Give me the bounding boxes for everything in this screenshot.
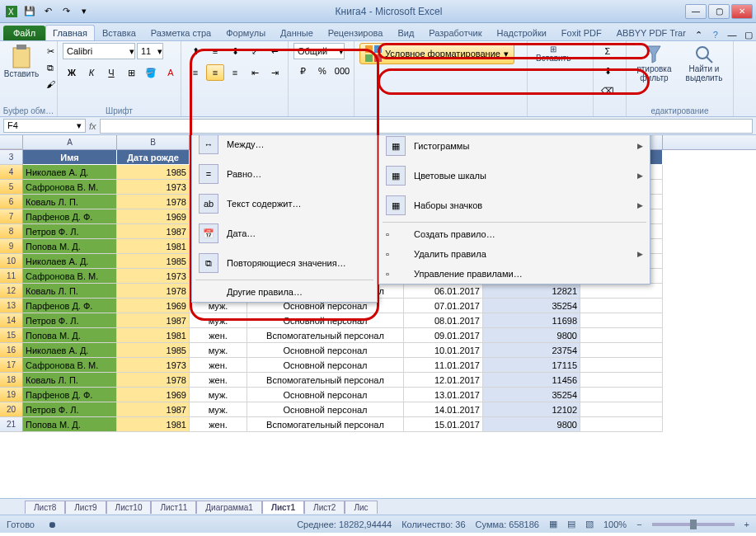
sheet-tab[interactable]: Лист8 [25, 501, 65, 514]
cf-menu-footer-item[interactable]: ▫Удалить правила▶ [379, 244, 650, 264]
qat-more-icon[interactable]: ▾ [76, 3, 92, 20]
cell[interactable]: Коваль Л. П. [23, 284, 117, 299]
cell[interactable]: Попова М. Д. [23, 239, 117, 254]
tab-разработчик[interactable]: Разработчик [421, 25, 489, 40]
row-header[interactable]: 5 [0, 180, 23, 195]
row-header[interactable]: 14 [0, 313, 23, 328]
percent-icon[interactable]: % [313, 63, 331, 79]
font-name-combo[interactable]: ▾ [63, 43, 135, 59]
cell[interactable]: Парфенов Д. Ф. [23, 299, 117, 313]
column-header-A[interactable]: A [23, 135, 117, 149]
cell[interactable]: 15.01.2017 [404, 417, 483, 432]
find-select-button[interactable]: Найти и выделить [680, 43, 728, 84]
cell[interactable]: 1985 [117, 165, 190, 180]
row-header[interactable]: 15 [0, 328, 23, 343]
row-header[interactable]: 19 [0, 388, 23, 402]
redo-icon[interactable]: ↷ [58, 3, 74, 20]
save-icon[interactable]: 💾 [21, 3, 38, 20]
row-header[interactable]: 9 [0, 239, 23, 254]
row-header[interactable]: 6 [0, 195, 23, 209]
cell[interactable]: 12.01.2017 [404, 373, 483, 388]
cell[interactable]: 35254 [483, 299, 580, 313]
fx-button[interactable]: fx [89, 121, 96, 131]
row-header[interactable]: 3 [0, 150, 23, 165]
number-format-combo[interactable]: ▾ [293, 43, 345, 59]
cell[interactable]: 1973 [117, 358, 190, 373]
row-header[interactable]: 8 [0, 224, 23, 239]
cell[interactable]: 1973 [117, 180, 190, 195]
insert-cells-button[interactable]: ⊞ Вставить [533, 43, 574, 64]
cell[interactable]: 1978 [117, 195, 190, 209]
cell[interactable] [580, 299, 663, 313]
paste-button[interactable]: Вставить [5, 43, 38, 80]
tab-abbyy pdf trar[interactable]: ABBYY PDF Trar [609, 25, 693, 40]
cell[interactable]: 9800 [483, 417, 580, 432]
cell[interactable] [580, 313, 663, 328]
cell[interactable]: 35254 [483, 388, 580, 402]
cell[interactable]: Попова М. Д. [23, 328, 117, 343]
cell[interactable]: муж. [190, 388, 247, 402]
cell[interactable]: Николаев А. Д. [23, 343, 117, 358]
zoom-slider[interactable] [652, 523, 735, 526]
font-color-icon[interactable]: A [162, 64, 180, 81]
cell[interactable]: 1985 [117, 343, 190, 358]
zoom-in-icon[interactable]: + [744, 520, 749, 529]
cell[interactable]: муж. [190, 343, 247, 358]
cell[interactable]: 14.01.2017 [404, 402, 483, 417]
cf-menu-item[interactable]: ▦Цветовые шкалы▶ [379, 161, 650, 190]
cell[interactable]: 1981 [117, 417, 190, 432]
cell[interactable]: 08.01.2017 [404, 313, 483, 328]
border-icon[interactable]: ⊞ [122, 64, 140, 81]
tab-разметка стра[interactable]: Разметка стра [143, 25, 218, 40]
tab-формулы[interactable]: Формулы [218, 25, 273, 40]
cell[interactable]: Основной персонал [247, 388, 404, 402]
comma-icon[interactable]: 000 [333, 63, 351, 79]
cell[interactable]: 12821 [483, 284, 580, 299]
cell[interactable] [580, 373, 663, 388]
cell[interactable] [580, 328, 663, 343]
cell[interactable]: 06.01.2017 [404, 284, 483, 299]
inner-minimize-icon[interactable]: — [726, 29, 738, 40]
cell[interactable]: 11698 [483, 313, 580, 328]
cell[interactable]: Основной персонал [247, 402, 404, 417]
cell[interactable]: 11.01.2017 [404, 358, 483, 373]
minimize-button[interactable]: — [685, 4, 707, 19]
excel-icon[interactable]: X [3, 3, 20, 20]
view-layout-icon[interactable]: ▤ [567, 519, 575, 529]
cell[interactable]: 11456 [483, 373, 580, 388]
align-center-icon[interactable]: ≡ [206, 64, 224, 81]
help-icon[interactable]: ? [710, 29, 721, 40]
cell[interactable]: Сафронова В. М. [23, 358, 117, 373]
cell[interactable]: жен. [190, 417, 247, 432]
sort-filter-button[interactable]: ртировка фильтр [632, 43, 677, 84]
row-header[interactable]: 7 [0, 209, 23, 224]
cell[interactable]: Петров Ф. Л. [23, 313, 117, 328]
cell[interactable]: муж. [190, 313, 247, 328]
name-box[interactable]: F4▾ [3, 119, 86, 133]
cell[interactable] [580, 417, 663, 432]
tab-вставка[interactable]: Вставка [95, 25, 143, 40]
tab-foxit pdf[interactable]: Foxit PDF [554, 25, 609, 40]
cell[interactable] [580, 402, 663, 417]
row-header[interactable]: 13 [0, 299, 23, 313]
sheet-tab[interactable]: Лис [345, 501, 377, 514]
cell[interactable]: 1978 [117, 373, 190, 388]
submenu-item[interactable]: =Равно… [192, 159, 377, 189]
cell[interactable]: 1987 [117, 402, 190, 417]
orientation-icon[interactable]: ⤢ [246, 43, 264, 59]
cell[interactable]: Вспомогательный персонал [247, 373, 404, 388]
cell[interactable]: жен. [190, 373, 247, 388]
row-header[interactable]: 10 [0, 254, 23, 269]
wrap-text-icon[interactable]: ↩ [265, 43, 284, 59]
file-tab[interactable]: Файл [3, 26, 45, 40]
row-header[interactable]: 4 [0, 165, 23, 180]
cell[interactable]: Вспомогательный персонал [247, 417, 404, 432]
cell[interactable] [580, 284, 663, 299]
submenu-item[interactable]: abТекст содержит… [192, 189, 377, 219]
font-size-combo[interactable]: ▾ [137, 43, 163, 59]
cell[interactable] [580, 388, 663, 402]
row-header[interactable]: 12 [0, 284, 23, 299]
sheet-tab[interactable]: Лист10 [106, 501, 152, 514]
tab-данные[interactable]: Данные [273, 25, 321, 40]
align-middle-icon[interactable]: ≡ [206, 43, 224, 59]
